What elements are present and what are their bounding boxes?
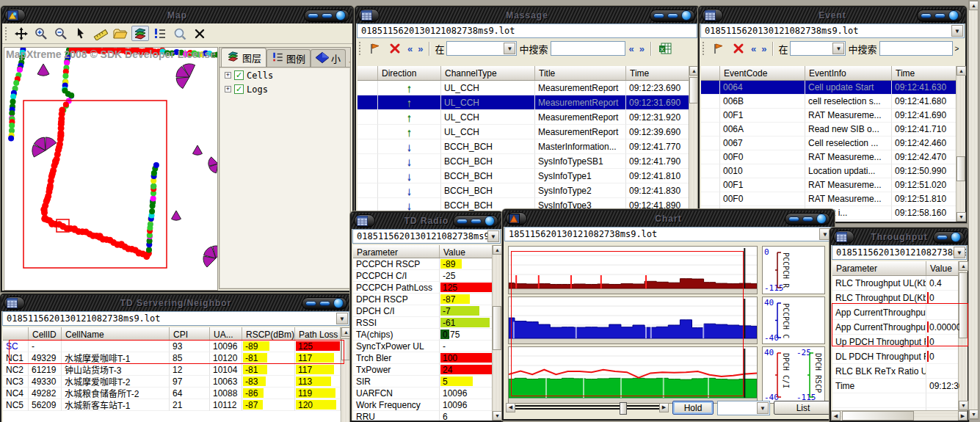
column-header[interactable]: RSCP(dBm) xyxy=(242,327,295,340)
chart-panel[interactable] xyxy=(508,246,758,294)
toolbar-grip[interactable] xyxy=(359,42,362,55)
log-point[interactable] xyxy=(9,110,15,116)
expand-icon[interactable]: + xyxy=(225,72,231,79)
toolbar-grip[interactable] xyxy=(703,42,705,55)
scroll-right-icon[interactable]: ▶ xyxy=(958,411,968,421)
minimize-button[interactable] xyxy=(937,235,948,240)
next-result-button[interactable]: » xyxy=(760,43,768,54)
column-header[interactable]: Parameter xyxy=(353,245,440,258)
minimize-button[interactable] xyxy=(788,217,799,222)
toolbar-grip[interactable] xyxy=(5,27,8,40)
ruler-icon[interactable] xyxy=(92,26,109,41)
table-row[interactable]: ↑UL_CCHMeasurementReport09:12:39.690 xyxy=(357,125,697,139)
folder-icon[interactable] xyxy=(112,26,129,41)
chevron-down-icon[interactable]: ▼ xyxy=(336,313,348,324)
table-row[interactable]: ↑UL_CCHMeasurementReport09:12:31.690 xyxy=(357,95,697,110)
minimize-button[interactable] xyxy=(653,13,664,18)
prev-result-button[interactable]: « xyxy=(749,43,758,54)
chevron-down-icon[interactable]: ▼ xyxy=(951,25,963,37)
table-row[interactable]: DPCH C/I-7 xyxy=(353,305,500,317)
scroll-down-icon[interactable]: ▼ xyxy=(957,212,966,222)
log-point[interactable] xyxy=(146,247,152,253)
column-header[interactable]: Value xyxy=(926,261,960,275)
table-row[interactable]: DL PDCH Throughput Rab0 xyxy=(832,349,966,364)
restore-button[interactable] xyxy=(667,13,678,18)
log-point[interactable] xyxy=(64,59,70,65)
table-row[interactable]: ↑UL_CCHMeasurementReport09:12:23.690 xyxy=(357,81,697,95)
table-row[interactable]: 006ARead new SIB o...09:12:41.710 xyxy=(701,123,964,137)
table-row[interactable]: ↓BCCH_BCHSysInfoType209:12:41.830 xyxy=(357,183,697,198)
table-row[interactable]: PCCPCH RSCP-89 xyxy=(353,258,500,270)
toolbar-overflow-chevron[interactable]: > xyxy=(955,45,959,53)
column-header[interactable]: Time xyxy=(892,66,958,80)
clear-icon[interactable] xyxy=(730,41,747,57)
serving-table-scrollbar[interactable]: ▲ xyxy=(341,327,350,422)
column-header[interactable]: Value xyxy=(440,245,494,258)
layer-checkbox[interactable]: ✓ xyxy=(234,84,244,94)
table-row[interactable]: NC149329水城摩爱咖啡T-18510120-81117 xyxy=(3,352,349,364)
throughput-hscrollbar[interactable]: ◀ ▶ xyxy=(831,410,968,421)
table-row[interactable]: 00F0RAT Measureme...09:12:51.810 xyxy=(701,192,964,206)
search-next-button[interactable]: » xyxy=(638,43,646,54)
prev-result-button[interactable]: « xyxy=(406,43,414,54)
slider-left-icon[interactable]: ◀ xyxy=(506,403,515,412)
log-point[interactable] xyxy=(150,196,156,202)
chevron-down-icon[interactable]: ▼ xyxy=(487,230,499,242)
table-row[interactable]: 0010Location updati...09:12:50.990 xyxy=(701,164,964,178)
cell-sector[interactable] xyxy=(172,211,181,220)
log-filename-box[interactable]: 185115620130121082738ms9.lot▼ xyxy=(504,227,832,241)
chart-series-dropdown[interactable]: ▼ xyxy=(717,401,770,415)
scrollbar-thumb[interactable] xyxy=(959,272,968,338)
column-header[interactable]: UA... xyxy=(210,327,242,340)
flag-icon[interactable] xyxy=(710,41,727,57)
close-icon[interactable] xyxy=(191,26,208,41)
table-row[interactable] xyxy=(832,393,966,408)
table-row[interactable]: NC449282水城粮食储备所T-26410088-86119 xyxy=(3,388,349,399)
table-row[interactable]: TA(chips)0.75 xyxy=(353,329,500,341)
table-row[interactable]: 0067Cell reselection ...09:12:42.460 xyxy=(701,137,964,150)
search-field-dropdown[interactable]: ▼ xyxy=(446,41,517,56)
chevron-down-icon[interactable]: ▼ xyxy=(757,402,769,414)
column-header[interactable]: CellID xyxy=(29,327,62,340)
log-point[interactable] xyxy=(10,94,16,100)
log-point[interactable] xyxy=(63,101,69,107)
column-header[interactable]: Title xyxy=(535,66,626,80)
table-row[interactable]: TxPower24 xyxy=(353,364,500,376)
table-row[interactable]: Work Frequency10096 xyxy=(353,399,500,411)
pan-icon[interactable] xyxy=(12,26,30,41)
table-row[interactable]: 00F1RAT Measureme...09:12:51.020 xyxy=(701,178,964,192)
message-table-scrollbar[interactable]: ▲ xyxy=(689,66,698,213)
table-row[interactable]: SyncTxPower UL- xyxy=(353,341,500,352)
log-point[interactable] xyxy=(150,183,156,189)
tab-more[interactable]: 小 xyxy=(311,49,346,67)
cell-sector[interactable] xyxy=(176,77,189,89)
scroll-down-icon[interactable]: ▼ xyxy=(493,411,502,421)
serving-titlebar[interactable]: TD Servering/Neighbor xyxy=(1,295,350,311)
table-row[interactable]: ↑UL_CCHMeasurementReport09:12:31.920 xyxy=(357,110,697,125)
log-filename-box[interactable]: 0185115620130121082738ms9.lot▼ xyxy=(2,311,349,326)
layer-tree-item[interactable]: +✓Logs xyxy=(220,82,349,96)
column-header[interactable]: CPI xyxy=(170,327,210,340)
column-header[interactable]: Path Loss xyxy=(295,327,341,340)
tab-scroll-left-icon[interactable]: ◀ xyxy=(347,57,350,67)
clear-icon[interactable] xyxy=(386,41,404,57)
search-icon[interactable] xyxy=(171,26,189,41)
scroll-left-icon[interactable]: ◀ xyxy=(831,411,841,421)
cell-sector[interactable] xyxy=(193,145,203,155)
tab-legend[interactable]: 图例 xyxy=(266,49,311,67)
layer-tree-item[interactable]: +✓Cells xyxy=(220,68,349,82)
table-row[interactable]: NC261219钟山站货场T-31210104-81117 xyxy=(3,364,349,376)
log-point[interactable] xyxy=(148,222,153,228)
chart-titlebar[interactable]: Chart xyxy=(504,211,833,227)
log-filename-box[interactable]: 0185115620130121082738ms9.lot▼ xyxy=(832,245,967,260)
td-radio-titlebar[interactable]: TD Radio xyxy=(352,213,501,229)
restore-button[interactable] xyxy=(934,13,945,18)
search-input[interactable] xyxy=(551,41,625,56)
restore-button[interactable] xyxy=(471,219,482,224)
table-row[interactable]: ↓BCCH_BCHSysInfoTypeSB109:12:41.790 xyxy=(357,154,697,169)
table-row[interactable]: RLC Throughput DL(Kbps)0 xyxy=(832,291,966,305)
search-input[interactable] xyxy=(879,41,953,56)
close-button[interactable] xyxy=(335,10,346,21)
close-button[interactable] xyxy=(333,298,344,308)
table-row[interactable]: RRU6 xyxy=(353,411,500,421)
